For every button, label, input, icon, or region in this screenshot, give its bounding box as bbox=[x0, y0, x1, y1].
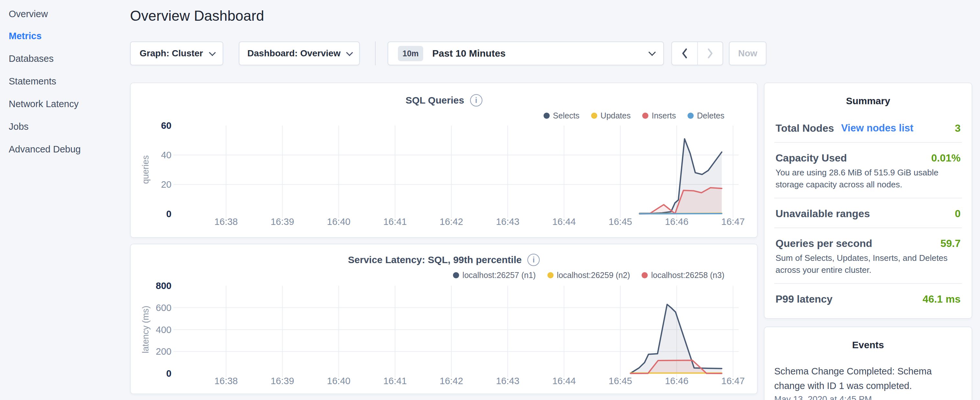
chart-title: SQL Queries bbox=[406, 95, 464, 106]
legend-dot-icon bbox=[547, 272, 554, 278]
summary-row-unavailable-ranges: Unavailable ranges 0 bbox=[774, 198, 962, 228]
event-item-timestamp: May 13, 2020 at 4:45 PM bbox=[774, 395, 962, 400]
x-tick-label: 16:41 bbox=[369, 376, 421, 386]
summary-row-value: 3 bbox=[955, 121, 961, 135]
summary-row-value: 0.01% bbox=[931, 151, 961, 165]
graph-source-dropdown[interactable]: Graph: Cluster bbox=[130, 41, 223, 65]
legend-dot-icon bbox=[642, 113, 648, 119]
legend-label: Updates bbox=[600, 111, 631, 120]
now-button-label: Now bbox=[738, 48, 757, 59]
sidebar-item-jobs[interactable]: Jobs bbox=[9, 120, 29, 133]
x-tick-label: 16:47 bbox=[707, 217, 758, 227]
x-tick-label: 16:40 bbox=[313, 376, 364, 386]
legend-item: Updates bbox=[591, 111, 631, 120]
time-step-buttons bbox=[671, 41, 723, 65]
x-tick-label: 16:45 bbox=[594, 376, 646, 386]
x-tick-label: 16:38 bbox=[200, 217, 252, 227]
time-window-label: Past 10 Minutes bbox=[432, 48, 642, 59]
sql-queries-chart-card: SQL Queries i SelectsUpdatesInsertsDelet… bbox=[130, 83, 758, 238]
chevron-left-icon bbox=[681, 48, 689, 59]
legend-item: localhost:26258 (n3) bbox=[641, 271, 724, 280]
chart-plot-area[interactable] bbox=[175, 126, 739, 214]
chevron-down-icon bbox=[648, 49, 656, 56]
legend-dot-icon bbox=[591, 113, 597, 119]
view-nodes-list-link[interactable]: View nodes list bbox=[841, 121, 913, 135]
events-title: Events bbox=[765, 339, 972, 351]
graph-source-dropdown-label: Graph: Cluster bbox=[140, 48, 203, 59]
x-tick-label: 16:44 bbox=[538, 217, 590, 227]
chart-title: Service Latency: SQL, 99th percentile bbox=[348, 254, 522, 265]
chevron-down-icon bbox=[346, 49, 353, 56]
x-tick-label: 16:39 bbox=[256, 376, 308, 386]
x-tick-label: 16:38 bbox=[200, 376, 252, 386]
legend-item: localhost:26257 (n1) bbox=[453, 271, 536, 280]
summary-row-label: P99 latency bbox=[776, 292, 832, 306]
sidebar-item-statements[interactable]: Statements bbox=[9, 75, 56, 88]
sidebar-item-overview[interactable]: Overview bbox=[9, 7, 48, 21]
y-tick-label: 20 bbox=[140, 178, 172, 190]
legend-item: Inserts bbox=[642, 111, 676, 120]
time-window-selector[interactable]: 10m Past 10 Minutes bbox=[388, 41, 664, 65]
summary-row-value: 46.1 ms bbox=[923, 292, 961, 306]
y-tick-label: 600 bbox=[140, 302, 172, 314]
dashboard-dropdown-label: Dashboard: Overview bbox=[248, 48, 341, 59]
x-tick-label: 16:47 bbox=[707, 376, 758, 386]
service-latency-chart-card: Service Latency: SQL, 99th percentile i … bbox=[130, 244, 758, 394]
summary-title: Summary bbox=[765, 96, 972, 107]
legend-dot-icon bbox=[641, 272, 648, 278]
legend-item: localhost:26259 (n2) bbox=[547, 271, 630, 280]
summary-row-label: Unavailable ranges bbox=[776, 207, 870, 220]
summary-row-label: Capacity Used bbox=[776, 151, 847, 165]
now-button[interactable]: Now bbox=[729, 41, 767, 65]
legend-label: localhost:26258 (n3) bbox=[651, 271, 724, 280]
legend-dot-icon bbox=[453, 272, 459, 278]
sidebar-item-databases[interactable]: Databases bbox=[9, 52, 54, 65]
summary-row-total-nodes: Total Nodes View nodes list 3 bbox=[774, 107, 962, 143]
summary-row-description: Sum of Selects, Updates, Inserts, and De… bbox=[776, 252, 961, 276]
sidebar: Overview Metrics Databases Statements Ne… bbox=[0, 0, 129, 400]
legend-label: Deletes bbox=[697, 111, 724, 120]
chevron-right-icon bbox=[706, 48, 714, 59]
legend-label: localhost:26257 (n1) bbox=[462, 271, 536, 280]
summary-row-value: 0 bbox=[955, 207, 961, 220]
sidebar-item-metrics[interactable]: Metrics bbox=[9, 29, 42, 43]
toolbar-divider bbox=[375, 41, 375, 65]
x-tick-label: 16:41 bbox=[369, 217, 421, 227]
x-tick-label: 16:44 bbox=[538, 376, 590, 386]
time-window-badge: 10m bbox=[398, 46, 423, 61]
y-tick-label: 60 bbox=[140, 120, 172, 131]
legend-label: Selects bbox=[553, 111, 579, 120]
info-icon[interactable]: i bbox=[527, 254, 540, 266]
chart-legend: SelectsUpdatesInsertsDeletes bbox=[544, 111, 724, 120]
legend-label: Inserts bbox=[652, 111, 676, 120]
legend-item: Selects bbox=[544, 111, 579, 120]
sidebar-item-advanced-debug[interactable]: Advanced Debug bbox=[9, 142, 81, 156]
dashboard-dropdown[interactable]: Dashboard: Overview bbox=[239, 41, 360, 65]
x-tick-label: 16:42 bbox=[425, 376, 477, 386]
summary-row-value: 59.7 bbox=[940, 237, 961, 250]
summary-row-queries-per-second: Queries per second 59.7 Sum of Selects, … bbox=[774, 228, 962, 284]
chart-plot-area[interactable] bbox=[175, 286, 739, 373]
x-tick-label: 16:42 bbox=[425, 217, 477, 227]
summary-row-label: Queries per second bbox=[776, 237, 872, 250]
x-tick-label: 16:39 bbox=[256, 217, 308, 227]
event-item-text: Schema Change Completed: Schema change w… bbox=[774, 364, 938, 393]
time-step-back-button[interactable] bbox=[672, 42, 697, 65]
chevron-down-icon bbox=[209, 49, 215, 56]
x-tick-label: 16:43 bbox=[482, 217, 533, 227]
sidebar-item-network-latency[interactable]: Network Latency bbox=[9, 97, 79, 111]
summary-row-label: Total Nodes bbox=[776, 121, 834, 135]
x-tick-label: 16:45 bbox=[594, 217, 646, 227]
legend-dot-icon bbox=[544, 113, 550, 119]
x-tick-label: 16:43 bbox=[482, 376, 533, 386]
legend-dot-icon bbox=[687, 113, 694, 119]
y-tick-label: 0 bbox=[140, 208, 172, 220]
summary-row-p99-latency: P99 latency 46.1 ms bbox=[774, 284, 962, 313]
info-icon[interactable]: i bbox=[470, 94, 482, 107]
y-tick-label: 40 bbox=[140, 149, 172, 161]
x-tick-label: 16:46 bbox=[651, 217, 702, 227]
page-title: Overview Dashboard bbox=[130, 8, 264, 24]
x-tick-label: 16:46 bbox=[651, 376, 702, 386]
y-tick-label: 800 bbox=[140, 280, 172, 292]
time-step-forward-button[interactable] bbox=[697, 42, 722, 65]
